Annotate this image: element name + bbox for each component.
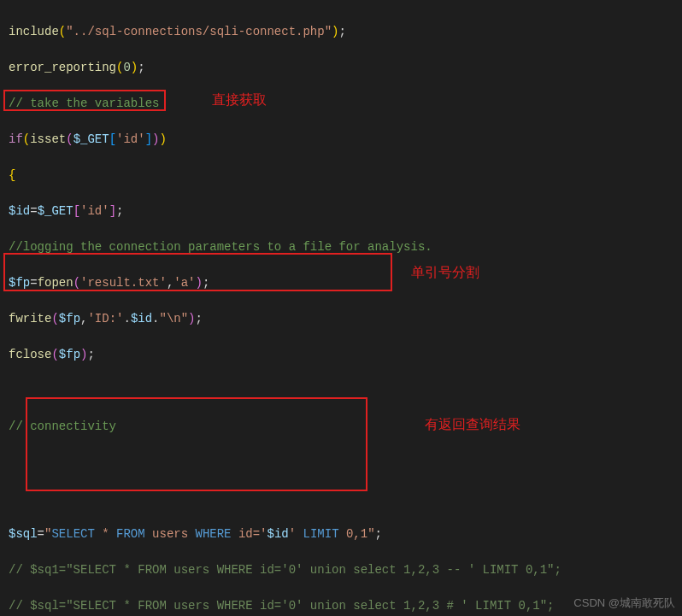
code-line <box>9 382 673 400</box>
code-line: $fp=fopen('result.txt','a'); <box>9 274 673 292</box>
code-line <box>9 490 673 507</box>
code-line: fwrite($fp,'ID:'.$id."\n"); <box>9 310 673 328</box>
watermark-label: CSDN @城南敢死队 <box>573 595 675 612</box>
code-editor: include("../sql-connections/sqli-connect… <box>0 0 682 616</box>
code-line: error_reporting(0); <box>9 59 673 77</box>
code-line: //logging the connection parameters to a… <box>9 238 673 256</box>
code-line <box>9 454 673 472</box>
code-line: if(isset($_GET['id'])) <box>9 131 673 149</box>
code-line: { <box>9 167 673 185</box>
code-line: $id=$_GET['id']; <box>9 202 673 220</box>
code-line: $sql="SELECT * FROM users WHERE id='$id'… <box>9 525 673 543</box>
code-line: fclose($fp); <box>9 346 673 364</box>
code-line: include("../sql-connections/sqli-connect… <box>9 23 673 41</box>
code-line: // take the variables <box>9 95 673 113</box>
code-line: // connectivity <box>9 418 673 436</box>
code-line: // $sq1="SELECT * FROM users WHERE id='0… <box>9 561 673 579</box>
